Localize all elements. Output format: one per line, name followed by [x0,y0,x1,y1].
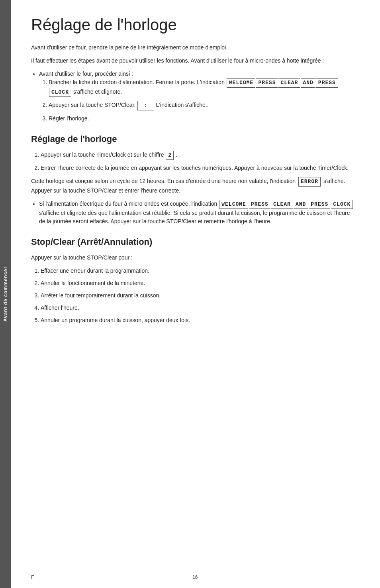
side-tab: Avant de commencer [0,0,11,588]
s1-para1: Cette horloge est conçue selon un cycle … [31,177,356,195]
step1-display-seq: WELCOMEPRESSCLEARANDPRESS [226,78,339,88]
intro-p1: Avant d'utiliser ce four, prendre la pei… [31,43,356,52]
bullet-item-2: Si l'alimentation électrique du four à m… [39,200,356,226]
section2-title: Stop/Clear (Arrêt/Annulation) [31,237,356,247]
b2-display-press2: PRESS [309,200,330,209]
display-press1: PRESS [256,78,278,88]
display-clear: CLEAR [278,78,300,88]
step-3: Régler l'horloge. [49,114,356,123]
section2-list: Effacer une erreur durant la programmati… [41,267,356,324]
footer: F 16 [11,574,380,580]
section1-title: Réglage de l'horloge [31,134,356,144]
bullet1-prefix: Avant d'utiliser le four, procéder ainsi… [39,71,133,77]
step2-suffix: L'indication s'affiche.. [156,102,209,108]
s2-item-3: Arrêter le four temporairement durant la… [41,291,356,300]
s2-item-4: Afficher l'heure. [41,304,356,312]
footer-left: F [31,574,34,580]
steps-list: Brancher la fiche du cordon d'alimentati… [49,78,356,123]
section1-bullet-list: Si l'alimentation électrique du four à m… [39,200,356,226]
s2-item-2: Annuler le fonctionnement de la minuteri… [41,279,356,287]
page-container: Avant de commencer Réglage de l'horloge … [0,0,380,588]
s2-item-1: Effacer une erreur durant la programmati… [41,267,356,275]
page-title: Réglage de l'horloge [31,16,356,34]
s1-item-1: Appuyer sur la touche Timer/Clock et sur… [41,151,356,160]
main-content: Réglage de l'horloge Avant d'utiliser ce… [11,0,380,588]
footer-center: 16 [192,574,198,580]
display-2: 2 [166,151,174,160]
display-and: AND [301,78,315,88]
bullet2-prefix: Si l'alimentation électrique du four à m… [39,201,217,207]
s1-item1-suffix: . [176,151,177,158]
bullet2-display-seq: WELCOMEPRESSCLEARANDPRESSCLOCK [219,200,353,209]
side-tab-label: Avant de commencer [3,266,8,322]
display-welcome: WELCOME [227,78,256,88]
s2-intro: Appuyer sur la touche STOP/Clear pour : [31,254,356,262]
s1-item1-prefix: Appuyer sur la touche Timer/Clock et sur… [41,151,164,158]
b2-display-welcome: WELCOME [219,200,248,209]
intro-p2: Il faut effectuer les étapes avant de po… [31,57,356,65]
s1-item-2: Entrer l'heure correcte de la journée en… [41,164,356,172]
display-clock: CLOCK [49,88,71,97]
step1-text: Brancher la fiche du cordon d'alimentati… [49,79,225,85]
display-colon: : [137,101,154,110]
step-1: Brancher la fiche du cordon d'alimentati… [49,78,356,97]
bullet2-suffix: s'affiche et clignote dès que l'alimenta… [39,210,350,224]
step3-text: Régler l'horloge. [49,115,89,122]
b2-display-clock: CLOCK [331,200,353,209]
b2-display-clear: CLEAR [271,200,293,209]
step1-suffix: s'affiche et clignote. [73,88,122,95]
step-2: Appuyer sur la touche STOP/Clear. : L'in… [49,101,356,110]
section1-list: Appuyer sur la touche Timer/Clock et sur… [41,151,356,173]
s1-p1-prefix: Cette horloge est conçue selon un cycle … [31,178,296,184]
bullet-item-1: Avant d'utiliser le four, procéder ainsi… [39,70,356,123]
step2-prefix: Appuyer sur la touche STOP/Clear. [49,102,135,108]
display-press2: PRESS [316,78,338,88]
main-bullet-list: Avant d'utiliser le four, procéder ainsi… [39,70,356,123]
display-error: ERROR [298,177,321,187]
b2-display-and: AND [294,200,308,209]
s2-item-5: Annuler un programme durant la cuisson, … [41,316,356,324]
b2-display-press1: PRESS [249,200,270,209]
